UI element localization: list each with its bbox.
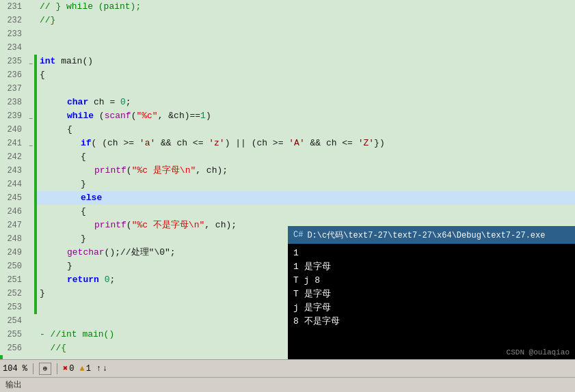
gutter-cell — [27, 68, 37, 82]
code-cell: { — [37, 123, 575, 137]
gutter-bar — [34, 109, 37, 123]
terminal-body: 11 是字母T j 8T 是字母j 是字母8 不是字母 — [288, 244, 575, 331]
editor-container: 231// } while (paint);232//}233234235−in… — [0, 0, 575, 392]
code-cell: int main() — [37, 55, 575, 68]
line-number: 248 — [0, 232, 27, 246]
line-number: 254 — [0, 314, 27, 328]
gutter-bar — [34, 273, 37, 287]
code-cell — [37, 27, 575, 41]
code-cell: char ch = 0; — [37, 96, 575, 109]
token-op: ( — [94, 111, 105, 121]
code-cell: // } while (paint); — [37, 0, 575, 14]
code-cell: else — [37, 191, 575, 205]
token-op: } — [81, 179, 86, 189]
line-number: 250 — [0, 260, 27, 273]
line-number: 256 — [0, 341, 27, 355]
table-row: 234 — [0, 41, 575, 55]
table-row: 241−if( (ch >= 'a' && ch <= 'z') || (ch … — [0, 137, 575, 150]
gutter-cell — [27, 164, 37, 178]
token-fn: getchar — [67, 247, 105, 257]
gutter-cell: − — [27, 55, 37, 68]
warn-count: 1 — [86, 364, 91, 374]
terminal-overlay[interactable]: C# D:\c代码\text7-27\text7-27\x64\Debug\te… — [288, 226, 575, 359]
token-op: } — [81, 234, 86, 244]
token-fn: printf — [94, 165, 126, 176]
terminal-line: T j 8 — [293, 274, 570, 288]
table-row: 243printf("%c 是字母\n", ch); — [0, 164, 575, 178]
gutter-bar — [34, 178, 37, 191]
divider1 — [33, 363, 34, 374]
token-op: ; — [109, 275, 115, 285]
table-row: 242{ — [0, 150, 575, 164]
gutter-cell — [27, 0, 37, 14]
token-op: ) — [206, 111, 211, 121]
gutter-cell — [27, 27, 37, 41]
error-count: 0 — [69, 364, 74, 374]
gutter-cell — [27, 287, 37, 300]
token-op: { — [81, 152, 86, 162]
error-icon: ✖ — [63, 363, 68, 374]
token-kw: while — [67, 111, 94, 121]
line-number: 232 — [0, 14, 27, 27]
line-number: 255 — [0, 328, 27, 341]
gutter-bar — [34, 232, 37, 246]
gutter-cell: − — [27, 109, 37, 123]
table-row: 237 — [0, 82, 575, 96]
gutter-bar — [34, 96, 37, 109]
token-op: main() — [55, 56, 93, 66]
error-status: ✖ 0 — [63, 363, 74, 374]
code-cell: { — [37, 150, 575, 164]
table-row: 232//} — [0, 14, 575, 27]
line-number: 240 — [0, 123, 27, 137]
table-row: 244} — [0, 178, 575, 191]
token-op: ) || (ch >= — [225, 138, 289, 148]
gutter-cell — [27, 246, 37, 260]
zoom-display: 104 % — [3, 364, 27, 374]
gutter-bar — [34, 191, 37, 205]
gutter-bar — [34, 164, 37, 178]
code-area[interactable]: 231// } while (paint);232//}233234235−in… — [0, 0, 575, 359]
token-kw: if — [81, 138, 92, 148]
line-number: 237 — [0, 82, 27, 96]
line-number: 231 — [0, 0, 27, 14]
token-op: ch = — [88, 97, 120, 107]
line-number: 247 — [0, 219, 27, 232]
divider2 — [57, 363, 57, 374]
warn-status: ▲ 1 — [79, 364, 90, 374]
token-op: , ch); — [204, 220, 237, 230]
nav-arrows[interactable]: ↑ ↓ — [96, 364, 107, 374]
line-number: 251 — [0, 273, 27, 287]
gutter-cell — [27, 150, 37, 164]
gutter-cell — [27, 219, 37, 232]
line-number: 249 — [0, 246, 27, 260]
zoom-widget[interactable]: ⊕ — [39, 363, 51, 375]
gutter-cell: − — [27, 137, 37, 150]
gutter-bar — [34, 287, 37, 300]
token-op: } — [40, 288, 45, 298]
token-op: ();//处理"\0"; — [105, 247, 176, 257]
arrow-down-icon[interactable]: ↓ — [103, 364, 107, 374]
line-number: 235 — [0, 55, 27, 68]
line-number: 239 — [0, 109, 27, 123]
table-row: 231// } while (paint); — [0, 0, 575, 14]
terminal-line: 8 不是字母 — [293, 315, 570, 328]
arrow-up-icon[interactable]: ↑ — [96, 364, 101, 374]
token-str-red: "%c" — [136, 111, 157, 121]
gutter-cell — [27, 273, 37, 287]
zoom-icon: ⊕ — [43, 364, 48, 373]
token-kw: else — [81, 193, 102, 203]
table-row: 245else — [0, 191, 575, 205]
token-op: && ch <= — [155, 138, 209, 148]
token-fn: scanf — [105, 111, 131, 121]
gutter-cell — [27, 300, 37, 314]
terminal-line: 1 — [293, 247, 570, 260]
terminal-line: T 是字母 — [293, 288, 570, 301]
gutter-cell — [27, 328, 37, 341]
token-op: { — [40, 70, 45, 80]
table-row: 246{ — [0, 205, 575, 219]
line-number: 241 — [0, 137, 27, 150]
code-cell: if( (ch >= 'a' && ch <= 'z') || (ch >= '… — [37, 137, 575, 150]
table-row: 233 — [0, 27, 575, 41]
gutter-cell — [27, 260, 37, 273]
gutter-bar — [34, 82, 37, 96]
